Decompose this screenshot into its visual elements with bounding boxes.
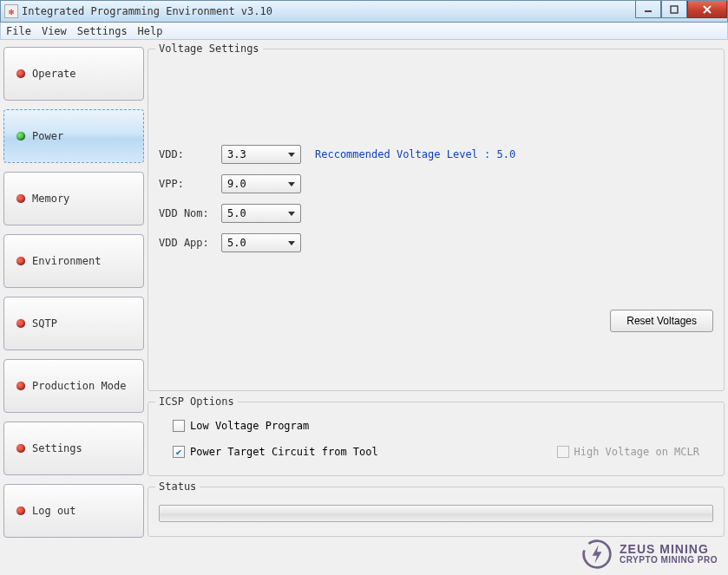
low-voltage-label: Low Voltage Program <box>190 420 309 432</box>
sidebar-item-label: Production Mode <box>32 380 126 392</box>
vdd-label: VDD: <box>159 148 221 160</box>
window-controls <box>635 1 727 18</box>
menu-file[interactable]: File <box>1 25 36 37</box>
vdd-app-select[interactable]: 5.0 <box>221 233 301 252</box>
status-dot-icon <box>16 132 25 140</box>
menu-view[interactable]: View <box>36 25 72 37</box>
vpp-label: VPP: <box>159 178 221 190</box>
status-group: Status <box>148 487 725 537</box>
vdd-value: 3.3 <box>227 148 246 160</box>
close-button[interactable] <box>687 1 727 18</box>
menubar: File View Settings Help <box>0 23 728 40</box>
main-panel: Voltage Settings VDD: 3.3 Reccommended V… <box>148 43 725 572</box>
sidebar-item-settings[interactable]: Settings <box>3 421 144 475</box>
window-titlebar: ✻ Integrated Programming Environment v3.… <box>0 0 728 23</box>
power-target-label: Power Target Circuit from Tool <box>190 446 378 458</box>
icsp-options-group: ICSP Options Low Voltage Program ✔ Power… <box>148 402 725 476</box>
sidebar-item-label: Log out <box>32 505 76 517</box>
status-dot-icon <box>16 506 25 515</box>
minimize-icon <box>644 5 653 14</box>
sidebar-item-operate[interactable]: Operate <box>3 47 144 101</box>
minimize-button[interactable] <box>635 1 661 18</box>
app-icon: ✻ <box>4 4 18 18</box>
high-voltage-label: High Voltage on MCLR <box>574 446 700 458</box>
sidebar-item-label: Settings <box>32 442 82 454</box>
vpp-value: 9.0 <box>227 178 246 190</box>
sidebar-item-memory[interactable]: Memory <box>3 172 144 225</box>
status-dot-icon <box>16 257 25 265</box>
vdd-select[interactable]: 3.3 <box>221 145 301 164</box>
vdd-app-label: VDD App: <box>159 237 221 249</box>
vdd-nom-select[interactable]: 5.0 <box>221 204 301 223</box>
svg-rect-1 <box>671 6 678 13</box>
sidebar-item-environment[interactable]: Environment <box>3 234 144 288</box>
sidebar: Operate Power Memory Environment SQTP Pr… <box>3 43 144 572</box>
recommended-voltage-text: Reccommended Voltage Level : 5.0 <box>315 148 515 160</box>
status-progress-bar <box>159 505 713 522</box>
menu-settings[interactable]: Settings <box>72 25 133 37</box>
reset-voltages-button[interactable]: Reset Voltages <box>610 310 713 332</box>
sidebar-item-label: SQTP <box>32 317 57 330</box>
sidebar-item-label: Memory <box>32 193 69 205</box>
vdd-app-value: 5.0 <box>227 237 246 249</box>
vpp-select[interactable]: 9.0 <box>221 174 301 193</box>
status-dot-icon <box>16 194 25 203</box>
power-target-checkbox[interactable]: ✔ <box>173 446 185 458</box>
sidebar-item-logout[interactable]: Log out <box>3 484 144 538</box>
low-voltage-checkbox[interactable] <box>173 420 185 432</box>
group-title: ICSP Options <box>155 395 238 408</box>
menu-help[interactable]: Help <box>133 25 168 37</box>
status-dot-icon <box>16 382 25 390</box>
status-dot-icon <box>16 69 25 78</box>
status-dot-icon <box>16 319 25 328</box>
sidebar-item-production-mode[interactable]: Production Mode <box>3 359 144 413</box>
maximize-icon <box>670 5 679 14</box>
svg-rect-0 <box>645 10 652 12</box>
sidebar-item-label: Environment <box>32 255 101 267</box>
window-title: Integrated Programming Environment v3.10 <box>22 5 272 17</box>
group-title: Status <box>155 480 200 493</box>
sidebar-item-label: Operate <box>32 68 76 80</box>
high-voltage-checkbox <box>557 446 569 458</box>
vdd-nom-label: VDD Nom: <box>159 207 221 219</box>
maximize-button[interactable] <box>661 1 687 18</box>
close-icon <box>702 4 712 15</box>
group-title: Voltage Settings <box>155 42 263 55</box>
status-dot-icon <box>16 444 25 453</box>
voltage-settings-group: Voltage Settings VDD: 3.3 Reccommended V… <box>148 49 725 391</box>
sidebar-item-sqtp[interactable]: SQTP <box>3 297 144 350</box>
sidebar-item-label: Power <box>32 130 63 142</box>
vdd-nom-value: 5.0 <box>227 207 246 219</box>
sidebar-item-power[interactable]: Power <box>3 109 144 163</box>
